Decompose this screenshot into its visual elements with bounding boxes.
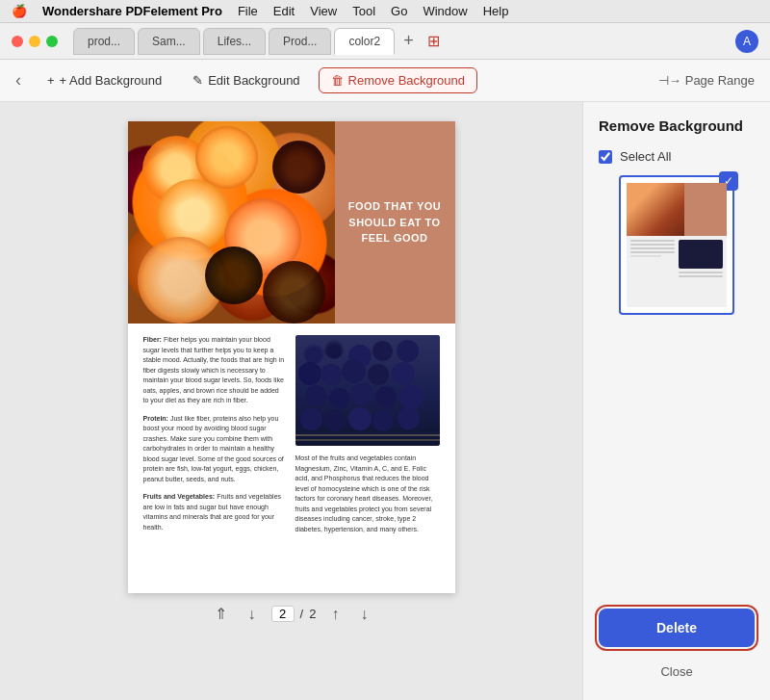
prev-page-button[interactable]: ↓ — [243, 604, 262, 625]
next-page-button[interactable]: ↑ — [325, 604, 345, 625]
pagination: ⇑ ↓ / 2 ↑ ↓ — [199, 593, 384, 635]
page-separator: / — [300, 607, 304, 621]
fruits-image — [128, 121, 335, 324]
first-page-button[interactable]: ⇑ — [209, 603, 233, 625]
add-background-label: + Add Background — [60, 73, 163, 88]
menu-file[interactable]: File — [238, 4, 258, 18]
select-all-row: Select All — [599, 149, 755, 164]
right-text: Most of the fruits and vegetables contai… — [295, 454, 440, 534]
edit-icon: ✎ — [192, 73, 203, 88]
select-all-checkbox[interactable] — [599, 150, 612, 164]
menu-help[interactable]: Help — [483, 4, 509, 18]
page-content-section: Fiber: Fiber helps you maintain your blo… — [128, 324, 455, 554]
page-range-button[interactable]: ⊣→ Page Range — [658, 73, 755, 88]
remove-background-button[interactable]: 🗑 Remove Background — [319, 67, 477, 93]
menu-window[interactable]: Window — [423, 4, 467, 18]
current-page-input[interactable] — [271, 606, 295, 622]
edit-background-label: Edit Background — [208, 73, 299, 88]
apple-menu[interactable]: 🍎 — [12, 4, 27, 18]
fiber-paragraph: Fiber: Fiber helps you maintain your blo… — [143, 335, 286, 406]
minimize-window-button[interactable] — [29, 36, 40, 47]
titlebar: prod... Sam... Lifes... Prod... color2 +… — [0, 23, 770, 60]
remove-background-label: Remove Background — [348, 73, 465, 88]
add-tab-button[interactable]: + — [398, 31, 420, 51]
main-area: FOOD THAT YOU SHOULD EAT TO FEEL GOOD Fi… — [0, 102, 770, 700]
last-page-button[interactable]: ↓ — [354, 604, 373, 625]
tab-lifes[interactable]: Lifes... — [203, 28, 266, 55]
page-thumbnail[interactable]: ✓ — [619, 175, 734, 315]
tab-color2[interactable]: color2 — [334, 28, 395, 55]
select-all-label: Select All — [620, 149, 671, 164]
menu-go[interactable]: Go — [391, 4, 407, 18]
page-title: FOOD THAT YOU SHOULD EAT TO FEEL GOOD — [348, 198, 442, 246]
thumbnail-inner — [627, 183, 727, 307]
pdf-page: FOOD THAT YOU SHOULD EAT TO FEEL GOOD Fi… — [128, 121, 455, 593]
plus-icon: + — [47, 73, 55, 88]
app-name: Wondershare PDFelement Pro — [42, 4, 222, 18]
menu-edit[interactable]: Edit — [273, 4, 295, 18]
back-button[interactable]: ‹ — [15, 70, 21, 91]
traffic-lights — [12, 36, 58, 47]
trash-icon: 🗑 — [331, 73, 344, 88]
thumb-content — [627, 236, 727, 283]
page-info: / 2 — [271, 606, 317, 622]
fruits-paragraph: Fruits and Vegetables: Fruits and vegeta… — [143, 492, 286, 532]
tab-prod1[interactable]: prod... — [73, 28, 135, 55]
page-range-label: Page Range — [685, 73, 755, 88]
tab-sam[interactable]: Sam... — [138, 28, 200, 55]
delete-button[interactable]: Delete — [599, 609, 755, 647]
total-pages: 2 — [309, 607, 316, 621]
panel-title: Remove Background — [599, 117, 755, 134]
protein-paragraph: Protein: Just like fiber, proteins also … — [143, 414, 286, 485]
tab-grid-icon[interactable]: ⊞ — [427, 32, 440, 50]
title-box: FOOD THAT YOU SHOULD EAT TO FEEL GOOD — [335, 121, 455, 324]
content-right-column: Most of the fruits and vegetables contai… — [295, 335, 440, 542]
toolbar: ‹ + + Add Background ✎ Edit Background 🗑… — [0, 60, 770, 102]
menu-view[interactable]: View — [310, 4, 337, 18]
tab-prod2[interactable]: Prod... — [269, 28, 331, 55]
add-background-button[interactable]: + + Add Background — [35, 67, 174, 93]
page-range-icon: ⊣→ — [658, 73, 681, 88]
berry-image — [295, 335, 440, 446]
thumb-top-image — [627, 183, 727, 236]
right-panel: Remove Background Select All ✓ — [582, 102, 770, 700]
menu-tool[interactable]: Tool — [352, 4, 375, 18]
document-area: FOOD THAT YOU SHOULD EAT TO FEEL GOOD Fi… — [0, 102, 582, 700]
page-top-section: FOOD THAT YOU SHOULD EAT TO FEEL GOOD — [128, 121, 455, 324]
menubar: 🍎 Wondershare PDFelement Pro File Edit V… — [0, 0, 770, 23]
close-window-button[interactable] — [12, 36, 23, 47]
edit-background-button[interactable]: ✎ Edit Background — [180, 67, 312, 93]
avatar: A — [735, 30, 758, 53]
panel-spacer — [599, 326, 755, 597]
maximize-window-button[interactable] — [46, 36, 58, 47]
content-left-column: Fiber: Fiber helps you maintain your blo… — [143, 335, 286, 542]
tabs-bar: prod... Sam... Lifes... Prod... color2 +… — [73, 28, 735, 55]
close-button[interactable]: Close — [599, 659, 755, 685]
